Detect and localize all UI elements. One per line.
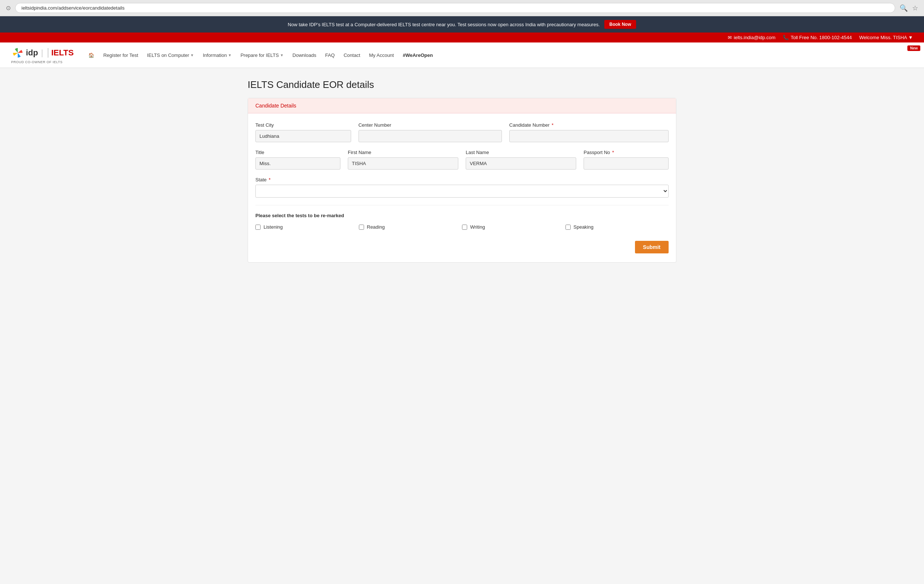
- passport-no-label: Passport No *: [584, 150, 668, 155]
- nav-we-are-open[interactable]: #WeAreOpen: [399, 46, 437, 65]
- last-name-input[interactable]: [466, 157, 576, 169]
- bookmark-icon[interactable]: ☆: [912, 4, 918, 12]
- center-number-input[interactable]: [358, 130, 502, 142]
- nav-prepare-for-ielts[interactable]: Prepare for IELTS ▼: [237, 46, 287, 65]
- browser-bar: ⊙ ieltsidpindia.com/addservice/eorcandid…: [0, 0, 924, 16]
- writing-label: Writing: [470, 224, 485, 230]
- form-body: Test City Center Number Candidate Number…: [248, 114, 676, 262]
- required-star: *: [611, 150, 614, 155]
- announcement-text: Now take IDP's IELTS test at a Computer-…: [288, 22, 600, 27]
- nav-ielts-on-computer[interactable]: IELTS on Computer ▼: [144, 46, 198, 65]
- checkbox-listening: Listening: [256, 224, 359, 230]
- last-name-group: Last Name: [466, 150, 576, 169]
- state-label: State *: [256, 177, 668, 183]
- speaking-label: Speaking: [574, 224, 594, 230]
- center-number-label: Center Number: [358, 122, 502, 128]
- url-bar[interactable]: ieltsidpindia.com/addservice/eorcandidat…: [15, 3, 895, 13]
- search-icon[interactable]: 🔍: [899, 4, 908, 12]
- announcement-banner: Now take IDP's IELTS test at a Computer-…: [0, 16, 924, 33]
- phone-icon: 📞: [783, 35, 789, 40]
- chevron-down-icon: ▼: [228, 53, 232, 57]
- form-row-1: Test City Center Number Candidate Number…: [256, 122, 668, 142]
- required-star: *: [550, 122, 554, 128]
- first-name-label: First Name: [348, 150, 458, 155]
- nav-faq[interactable]: FAQ: [322, 46, 338, 65]
- passport-no-group: Passport No *: [584, 150, 668, 169]
- state-select[interactable]: Andhra Pradesh Delhi Maharashtra Punjab: [256, 185, 668, 197]
- submit-button[interactable]: Submit: [635, 241, 668, 253]
- listening-label: Listening: [264, 224, 283, 230]
- nav-information[interactable]: Information ▼: [199, 46, 236, 65]
- writing-checkbox[interactable]: [462, 225, 467, 230]
- page-title: IELTS Candidate EOR details: [248, 79, 676, 90]
- test-city-input[interactable]: [256, 130, 351, 142]
- main-content: IELTS Candidate EOR details Candidate De…: [240, 79, 684, 263]
- email-contact: ✉ ielts.india@idp.com: [728, 35, 776, 40]
- form-card: Candidate Details Test City Center Numbe…: [248, 98, 676, 263]
- phone-contact: 📞 Toll Free No. 1800-102-4544: [783, 35, 852, 40]
- idp-text: idp: [26, 48, 38, 58]
- nav-downloads[interactable]: Downloads: [289, 46, 320, 65]
- browser-icons: 🔍 ☆: [899, 4, 918, 12]
- form-row-3: State * Andhra Pradesh Delhi Maharashtra…: [256, 177, 668, 197]
- chevron-down-icon: ▼: [280, 53, 284, 57]
- nav-home[interactable]: 🏠: [85, 46, 98, 65]
- speaking-checkbox[interactable]: [566, 225, 571, 230]
- contact-bar: ✉ ielts.india@idp.com 📞 Toll Free No. 18…: [0, 33, 924, 43]
- reading-checkbox[interactable]: [359, 225, 364, 230]
- center-number-group: Center Number: [358, 122, 502, 142]
- back-icon[interactable]: ⊙: [6, 5, 11, 12]
- email-text: ielts.india@idp.com: [734, 35, 776, 40]
- checkbox-row: Listening Reading Writing Speaking: [256, 224, 668, 230]
- remark-label: Please select the tests to be re-marked: [256, 213, 668, 218]
- title-input[interactable]: [256, 157, 340, 169]
- state-group: State * Andhra Pradesh Delhi Maharashtra…: [256, 177, 668, 197]
- candidate-number-group: Candidate Number *: [509, 122, 668, 142]
- nav-my-account[interactable]: My Account: [366, 46, 398, 65]
- last-name-label: Last Name: [466, 150, 576, 155]
- logo-area: idp | IELTS PROUD CO-OWNER OF IELTS: [11, 43, 74, 67]
- browser-controls: ⊙: [6, 5, 11, 12]
- title-label: Title: [256, 150, 340, 155]
- reading-label: Reading: [367, 224, 385, 230]
- logo-subtitle: PROUD CO-OWNER OF IELTS: [11, 60, 74, 64]
- nav-links: 🏠 Register for Test IELTS on Computer ▼ …: [85, 46, 913, 65]
- checkbox-speaking: Speaking: [566, 224, 669, 230]
- new-badge: New: [908, 45, 920, 51]
- listening-checkbox[interactable]: [256, 225, 261, 230]
- first-name-input[interactable]: [348, 157, 458, 169]
- home-icon: 🏠: [88, 53, 94, 58]
- passport-no-input[interactable]: [584, 157, 668, 169]
- form-row-2: Title First Name Last Name Passport No *: [256, 150, 668, 169]
- candidate-number-label: Candidate Number *: [509, 122, 668, 128]
- checkbox-writing: Writing: [462, 224, 566, 230]
- nav-bar: idp | IELTS PROUD CO-OWNER OF IELTS 🏠 Re…: [0, 43, 924, 68]
- checkbox-reading: Reading: [359, 224, 462, 230]
- logo-divider: |: [41, 48, 43, 58]
- test-city-label: Test City: [256, 122, 351, 128]
- book-now-button[interactable]: Book Now: [604, 20, 637, 29]
- required-star: *: [267, 177, 271, 183]
- title-group: Title: [256, 150, 340, 169]
- form-section-header: Candidate Details: [248, 98, 676, 114]
- first-name-group: First Name: [348, 150, 458, 169]
- ielts-text: IELTS: [48, 48, 74, 58]
- idp-logo-icon: [11, 46, 25, 59]
- phone-text: Toll Free No. 1800-102-4544: [790, 35, 852, 40]
- form-footer: Submit: [256, 237, 668, 253]
- email-icon: ✉: [728, 35, 732, 40]
- candidate-number-input[interactable]: [509, 130, 668, 142]
- welcome-text[interactable]: Welcome Miss. TISHA ▼: [859, 35, 913, 40]
- nav-register-for-test[interactable]: Register for Test: [99, 46, 142, 65]
- test-city-group: Test City: [256, 122, 351, 142]
- nav-contact[interactable]: Contact: [340, 46, 364, 65]
- chevron-down-icon: ▼: [190, 53, 194, 57]
- form-divider: [256, 205, 668, 206]
